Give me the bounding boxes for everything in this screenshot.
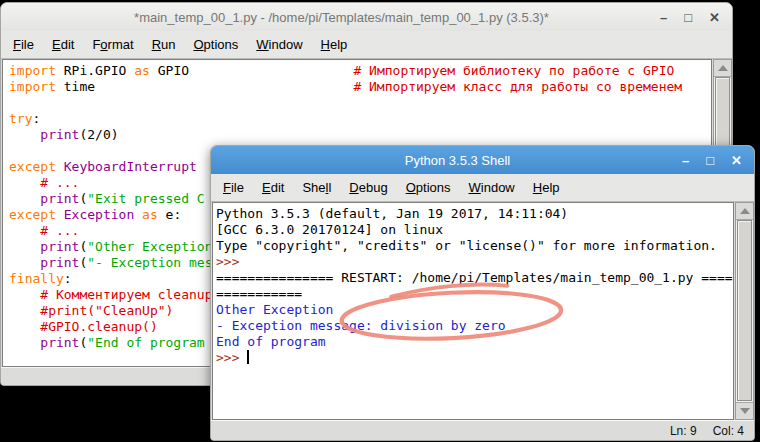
text-cursor [247,350,249,364]
text-line: End of program [216,334,733,350]
scroll-up-icon[interactable] [736,203,753,220]
scroll-down-icon[interactable] [736,402,753,419]
editor-menubar: FileEditFormatRunOptionsWindowHelp [1,31,732,59]
text-line: import RPi.GPIO as GPIO # Импортируем би… [9,63,711,79]
editor-window-controls: – □ ✕ [660,3,720,31]
status-line-indicator: Ln: 9 [670,424,697,438]
shell-scrollbar-thumb[interactable] [737,220,752,401]
menu-item-window[interactable]: Window [459,180,523,195]
menu-item-options[interactable]: Options [397,180,460,195]
menu-item-window[interactable]: Window [247,37,311,52]
maximize-icon[interactable]: □ [706,154,714,167]
menu-item-debug[interactable]: Debug [340,180,396,195]
shell-window-controls: – □ ✕ [682,146,742,174]
shell-statusbar: Ln: 9 Col: 4 [211,420,754,440]
status-col-indicator: Col: 4 [713,424,744,438]
shell-scrollbar[interactable] [735,202,754,420]
text-line: =============== RESTART: /home/pi/Templa… [216,270,733,286]
shell-menubar: FileEditShellDebugOptionsWindowHelp [211,174,754,202]
text-line: Type "copyright", "credits" or "license(… [216,238,733,254]
maximize-icon[interactable]: □ [684,11,692,24]
editor-titlebar[interactable]: *main_temp_00_1.py - /home/pi/Templates/… [1,3,732,31]
menu-item-help[interactable]: Help [312,37,357,52]
text-line: [GCC 6.3.0 20170124] on linux [216,222,733,238]
text-line [9,95,711,111]
text-line: - Exception message: division by zero [216,318,733,334]
editor-window-title: *main_temp_00_1.py - /home/pi/Templates/… [41,10,642,25]
text-line: import time # Импортируем класс для рабо… [9,79,711,95]
text-line: Other Exception [216,302,733,318]
close-icon[interactable]: ✕ [731,154,742,167]
shell-titlebar[interactable]: Python 3.5.3 Shell – □ ✕ [211,146,754,174]
menu-item-file[interactable]: File [214,180,253,195]
shell-textpane[interactable]: Python 3.5.3 (default, Jan 19 2017, 14:1… [212,202,734,420]
menu-item-options[interactable]: Options [184,37,247,52]
shell-content: Python 3.5.3 (default, Jan 19 2017, 14:1… [211,202,754,420]
shell-window: Python 3.5.3 Shell – □ ✕ FileEditShellDe… [210,145,755,441]
text-line: try: [9,111,711,127]
menu-item-shell[interactable]: Shell [293,180,340,195]
close-icon[interactable]: ✕ [709,11,720,24]
menu-item-file[interactable]: File [4,37,43,52]
shell-window-title: Python 3.5.3 Shell [251,153,664,168]
menu-item-help[interactable]: Help [524,180,569,195]
text-line: =========== [216,286,733,302]
shell-text[interactable]: Python 3.5.3 (default, Jan 19 2017, 14:1… [213,203,733,366]
menu-item-run[interactable]: Run [143,37,185,52]
text-line: Python 3.5.3 (default, Jan 19 2017, 14:1… [216,206,733,222]
text-line: print(2/0) [9,127,711,143]
text-line: >>> [216,350,733,366]
desktop: *main_temp_00_1.py - /home/pi/Templates/… [0,0,760,442]
minimize-icon[interactable]: – [682,154,689,167]
menu-item-edit[interactable]: Edit [253,180,293,195]
text-line: >>> [216,254,733,270]
menu-item-format[interactable]: Format [83,37,142,52]
scroll-up-icon[interactable] [714,60,731,77]
minimize-icon[interactable]: – [660,11,667,24]
menu-item-edit[interactable]: Edit [43,37,83,52]
